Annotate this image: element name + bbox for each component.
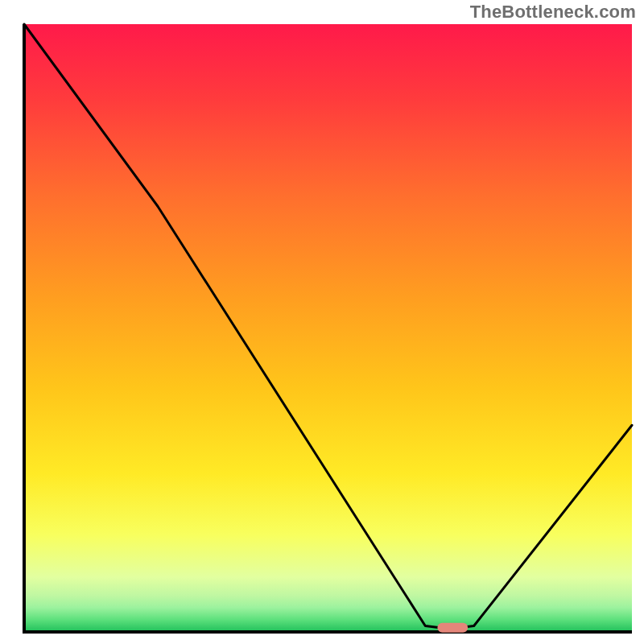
chart-container: TheBottleneck.com (0, 0, 644, 644)
optimal-range-marker (437, 623, 468, 633)
bottleneck-chart (0, 0, 644, 644)
